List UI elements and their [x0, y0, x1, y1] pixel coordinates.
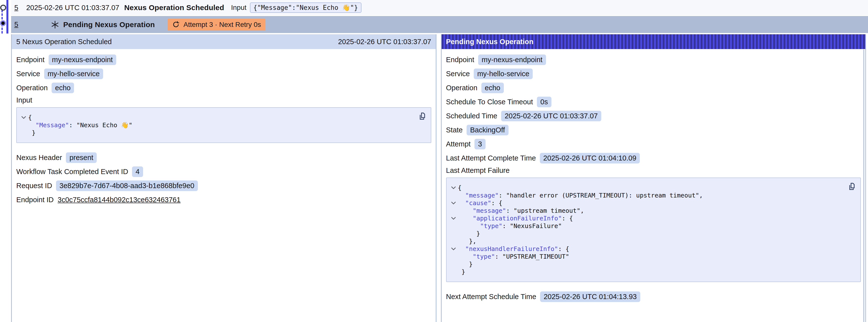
field-label: Next Attempt Schedule Time — [446, 293, 536, 301]
field-value: 2025-02-26 UTC 01:04:13.93 — [540, 291, 640, 302]
field-label: Schedule To Close Timeout — [446, 98, 533, 106]
copy-icon — [847, 182, 857, 191]
field-value: my-hello-service — [474, 68, 533, 79]
collapse-chevron-icon[interactable] — [19, 114, 28, 119]
copy-button[interactable] — [418, 112, 427, 121]
collapse-chevron-icon[interactable] — [449, 245, 458, 251]
event-row-scheduled[interactable]: 5 2025-02-26 UTC 01:03:37.07 Nexus Opera… — [11, 0, 868, 15]
code-line: { — [449, 184, 846, 192]
failure-section-label: Last Attempt Failure — [446, 166, 861, 174]
field-value: 0s — [537, 97, 552, 107]
code-line: } — [449, 260, 846, 268]
scheduled-panel-title: 5 Nexus Operation Scheduled — [16, 38, 112, 46]
field-row: Next Attempt Schedule Time2025-02-26 UTC… — [446, 291, 861, 302]
event-timestamp: 2025-02-26 UTC 01:03:37.07 — [26, 4, 119, 12]
pending-operation-panel: Pending Nexus Operation Endpointmy-nexus… — [441, 34, 866, 322]
event-title: Nexus Operation Scheduled — [124, 3, 224, 12]
field-row: Last Attempt Complete Time2025-02-26 UTC… — [446, 152, 861, 164]
field-label: Operation — [446, 84, 477, 92]
field-value: BackingOff — [467, 125, 508, 135]
pending-event-title: Pending Nexus Operation — [63, 21, 155, 29]
field-label: Endpoint ID — [16, 196, 54, 204]
field-label: Endpoint — [16, 56, 45, 64]
field-row: Request ID3e829b7e-7d67-4b08-aad3-b1e868… — [16, 180, 431, 191]
field-label: Scheduled Time — [446, 112, 497, 120]
field-label: Service — [446, 70, 470, 78]
detail-panels: 5 Nexus Operation Scheduled 2025-02-26 U… — [11, 34, 866, 322]
event-row-pending[interactable]: 5 Pending Nexus Operation Attempt 3 · Ne… — [11, 16, 868, 33]
field-row: Servicemy-hello-service — [446, 68, 861, 79]
field-row: Scheduled Time2025-02-26 UTC 01:03:37.07 — [446, 110, 861, 122]
code-line: } — [19, 129, 416, 137]
field-label: Request ID — [16, 182, 52, 190]
scheduled-panel-body: Endpointmy-nexus-endpointServicemy-hello… — [12, 49, 436, 205]
field-value: echo — [52, 83, 74, 93]
field-value: 3e829b7e-7d67-4b08-aad3-b1e868bfe9e0 — [56, 181, 198, 191]
code-line: "nexusHandlerFailureInfo": { — [449, 245, 846, 253]
pending-panel-title: Pending Nexus Operation — [446, 38, 534, 46]
code-line: "message": "handler error (UPSTREAM_TIME… — [449, 192, 846, 199]
field-value: 2025-02-26 UTC 01:04:10.09 — [540, 153, 640, 163]
timeline-dot-current — [0, 20, 6, 26]
field-value: present — [66, 152, 97, 163]
code-line: "applicationFailureInfo": { — [449, 215, 846, 222]
field-row: Workflow Task Completed Event ID4 — [16, 166, 431, 177]
input-json-viewer: {"Message": "Nexus Echo 👋"} — [16, 107, 431, 143]
event-input-chip: {"Message":"Nexus Echo 👋"} — [250, 2, 362, 13]
field-value: echo — [482, 83, 504, 93]
field-value: 3 — [474, 139, 485, 150]
timeline-dot-open — [0, 5, 6, 10]
field-row: Nexus Headerpresent — [16, 152, 431, 163]
pending-panel-header: Pending Nexus Operation — [442, 34, 866, 49]
code-line: "cause": { — [449, 199, 846, 207]
pending-panel-body: Endpointmy-nexus-endpointServicemy-hello… — [442, 49, 866, 302]
field-value[interactable]: 3c0c75ccfa8144b092c13ce632463761 — [58, 196, 181, 204]
code-line: "type": "UPSTREAM_TIMEOUT" — [449, 253, 846, 260]
field-value: my-nexus-endpoint — [49, 55, 117, 65]
event-id-link[interactable]: 5 — [14, 4, 18, 12]
code-line: } — [449, 230, 846, 237]
retry-status-badge: Attempt 3 · Next Retry 0s — [167, 19, 265, 31]
collapse-chevron-icon[interactable] — [449, 199, 458, 205]
scheduled-panel-header: 5 Nexus Operation Scheduled 2025-02-26 U… — [12, 34, 436, 49]
scheduled-event-panel: 5 Nexus Operation Scheduled 2025-02-26 U… — [11, 34, 436, 322]
field-row: Operationecho — [16, 82, 431, 93]
code-line: { — [19, 114, 416, 121]
failure-json-viewer: {"message": "handler error (UPSTREAM_TIM… — [446, 178, 861, 282]
field-label: Workflow Task Completed Event ID — [16, 168, 128, 176]
event-history-detail-view: 5 2025-02-26 UTC 01:03:37.07 Nexus Opera… — [0, 0, 868, 322]
event-detail-label: Input — [231, 4, 247, 11]
code-line: }, — [449, 237, 846, 245]
event-id-link[interactable]: 5 — [14, 21, 18, 29]
scheduled-panel-time: 2025-02-26 UTC 01:03:37.07 — [338, 38, 431, 46]
collapse-chevron-icon[interactable] — [449, 215, 458, 220]
field-label: Nexus Header — [16, 154, 62, 162]
field-row: Attempt3 — [446, 138, 861, 150]
field-label: Operation — [16, 84, 48, 92]
field-label: Service — [16, 70, 40, 78]
field-value: my-hello-service — [44, 68, 103, 79]
field-row: Endpointmy-nexus-endpoint — [16, 54, 431, 65]
field-row: StateBackingOff — [446, 124, 861, 136]
field-value: my-nexus-endpoint — [478, 55, 546, 65]
field-label: State — [446, 126, 463, 134]
field-row: Endpoint ID3c0c75ccfa8144b092c13ce632463… — [16, 194, 431, 205]
code-line: } — [449, 268, 846, 276]
code-line: "type": "NexusFailure" — [449, 222, 846, 230]
timeline-rail-bar — [6, 0, 8, 34]
field-row: Operationecho — [446, 82, 861, 93]
collapse-chevron-icon[interactable] — [449, 184, 458, 190]
retry-icon — [172, 21, 180, 29]
copy-icon — [418, 112, 427, 121]
input-section-label: Input — [16, 96, 431, 104]
field-row: Servicemy-hello-service — [16, 68, 431, 79]
pending-asterisk-icon — [51, 21, 59, 29]
field-label: Attempt — [446, 140, 471, 148]
panel-scrollbar[interactable] — [863, 50, 864, 322]
copy-button[interactable] — [847, 182, 857, 192]
field-row: Endpointmy-nexus-endpoint — [446, 54, 861, 65]
code-line: "Message": "Nexus Echo 👋" — [19, 121, 416, 129]
field-value: 2025-02-26 UTC 01:03:37.07 — [501, 111, 601, 121]
retry-badge-label: Attempt 3 · Next Retry 0s — [183, 21, 261, 29]
field-label: Endpoint — [446, 56, 474, 64]
